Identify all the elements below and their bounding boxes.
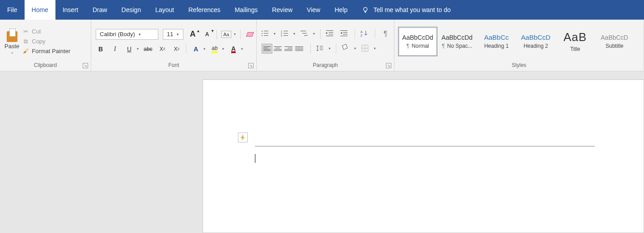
underline-dropdown[interactable]: ▾ <box>137 47 139 51</box>
ribbon: Paste ⌄ ✂ Cut ⧉ Copy 🖌 Format Painter Cl… <box>0 20 644 71</box>
style-title[interactable]: AaB Title <box>555 27 595 56</box>
tab-design[interactable]: Design <box>114 0 148 20</box>
font-name-combo[interactable]: Calibri (Body) ▾ <box>96 29 158 40</box>
borders-button[interactable] <box>361 45 370 53</box>
show-hide-marks-button[interactable]: ¶ <box>381 29 390 39</box>
font-launcher[interactable]: ↘ <box>248 63 254 68</box>
tab-draw[interactable]: Draw <box>85 0 114 20</box>
highlight-button[interactable]: ab <box>210 44 220 54</box>
svg-text:A: A <box>360 30 363 33</box>
horizontal-rule <box>255 146 595 146</box>
font-color-dropdown[interactable]: ▾ <box>241 47 243 51</box>
tab-home[interactable]: Home <box>25 0 55 20</box>
text-effects-button[interactable]: A <box>191 44 201 54</box>
align-left-button[interactable] <box>262 44 272 54</box>
clipboard-launcher[interactable]: ↘ <box>83 63 88 68</box>
separator <box>355 29 355 39</box>
italic-button[interactable]: I <box>110 44 120 54</box>
separator <box>320 29 321 39</box>
ribbon-tabs: File Home Insert Draw Design Layout Refe… <box>0 0 644 20</box>
grow-font-button[interactable]: A▴ <box>188 29 198 39</box>
change-case-dropdown[interactable]: ▾ <box>234 32 236 36</box>
shading-button[interactable] <box>342 45 351 53</box>
format-painter-button[interactable]: 🖌 Format Painter <box>22 48 70 55</box>
style-normal[interactable]: AaBbCcDd¶ Normal <box>398 27 437 56</box>
svg-text:Z: Z <box>360 34 363 37</box>
borders-dropdown[interactable]: ▾ <box>374 46 376 50</box>
svg-text:3: 3 <box>281 34 282 37</box>
paste-dropdown[interactable]: ⌄ <box>10 50 14 54</box>
autocorrect-smarttag[interactable] <box>238 133 248 142</box>
svg-rect-12 <box>284 35 288 36</box>
clear-formatting-button[interactable] <box>245 29 255 39</box>
numbering-button[interactable]: 123 <box>281 30 290 38</box>
document-page[interactable] <box>203 79 644 233</box>
style-heading-2[interactable]: AaBbCcD Heading 2 <box>516 27 555 56</box>
tab-file[interactable]: File <box>0 0 25 20</box>
style-subtitle[interactable]: AaBbCcD Subtitle <box>595 27 634 56</box>
sort-button[interactable]: AZ <box>360 30 369 38</box>
increase-indent-button[interactable] <box>340 30 349 38</box>
bullets-dropdown[interactable]: ▾ <box>274 32 275 36</box>
style-name-label: ¶ No Spac... <box>442 43 472 49</box>
style-no-spac-[interactable]: AaBbCcDd¶ No Spac... <box>437 27 477 56</box>
tab-layout[interactable]: Layout <box>148 0 181 20</box>
multilevel-list-button[interactable] <box>301 30 309 38</box>
subscript-button[interactable]: X2 <box>157 44 167 54</box>
svg-rect-16 <box>326 30 333 31</box>
style-heading-1[interactable]: AaBbCc Heading 1 <box>477 27 516 56</box>
tab-insert[interactable]: Insert <box>55 0 85 20</box>
alignment-group <box>261 43 305 54</box>
decrease-indent-button[interactable] <box>326 30 335 38</box>
shading-dropdown[interactable]: ▾ <box>354 46 356 50</box>
svg-point-5 <box>262 35 263 36</box>
style-preview: AaBbCcD <box>601 34 628 41</box>
tab-mailings[interactable]: Mailings <box>228 0 265 20</box>
svg-rect-22 <box>343 32 347 33</box>
svg-rect-14 <box>302 33 307 33</box>
line-spacing-dropdown[interactable]: ▾ <box>329 46 330 50</box>
shrink-font-button[interactable]: A▾ <box>202 29 212 39</box>
style-name-label: Title <box>570 46 580 52</box>
font-color-button[interactable]: A <box>229 44 238 54</box>
font-name-value: Calibri (Body) <box>100 31 135 37</box>
separator <box>336 44 336 54</box>
styles-gallery[interactable]: AaBbCcDd¶ NormalAaBbCcDd¶ No Spac...AaBb… <box>398 27 634 56</box>
clipboard-group-label: Clipboard <box>0 60 91 71</box>
align-center-button[interactable] <box>272 44 283 54</box>
underline-button[interactable]: U <box>124 44 134 54</box>
svg-rect-18 <box>329 34 333 34</box>
align-justify-button[interactable] <box>294 44 305 54</box>
strikethrough-button[interactable]: abc <box>143 44 153 54</box>
tell-me-search[interactable]: Tell me what you want to do <box>355 0 458 20</box>
text-effects-dropdown[interactable]: ▾ <box>203 47 205 51</box>
svg-rect-23 <box>343 34 347 34</box>
paste-button[interactable]: Paste ⌄ <box>4 29 19 54</box>
tab-view[interactable]: View <box>300 0 327 20</box>
bullets-button[interactable] <box>261 30 270 38</box>
cut-button[interactable]: ✂ Cut <box>22 28 70 35</box>
change-case-button[interactable]: Aa <box>221 29 231 39</box>
numbering-dropdown[interactable]: ▾ <box>293 32 295 36</box>
format-painter-label: Format Painter <box>32 48 70 54</box>
separator <box>186 44 186 54</box>
line-spacing-button[interactable] <box>316 45 325 53</box>
copy-button[interactable]: ⧉ Copy <box>22 38 70 45</box>
superscript-button[interactable]: X2 <box>172 44 182 54</box>
align-right-button[interactable] <box>283 44 294 54</box>
group-styles: AaBbCcDd¶ NormalAaBbCcDd¶ No Spac...AaBb… <box>394 20 644 71</box>
separator <box>310 44 311 54</box>
multilevel-dropdown[interactable]: ▾ <box>313 32 315 36</box>
lightning-icon <box>240 134 246 141</box>
style-preview: AaBbCcD <box>521 33 551 41</box>
tab-help[interactable]: Help <box>327 0 355 20</box>
tab-references[interactable]: References <box>181 0 228 20</box>
document-workspace <box>0 71 644 233</box>
highlight-dropdown[interactable]: ▾ <box>222 47 224 51</box>
tab-review[interactable]: Review <box>265 0 300 20</box>
paste-icon <box>5 29 19 42</box>
paragraph-launcher[interactable]: ↘ <box>386 63 391 68</box>
font-size-combo[interactable]: 11 ▾ <box>163 29 183 40</box>
bold-button[interactable]: B <box>96 44 106 54</box>
svg-rect-13 <box>301 31 306 31</box>
